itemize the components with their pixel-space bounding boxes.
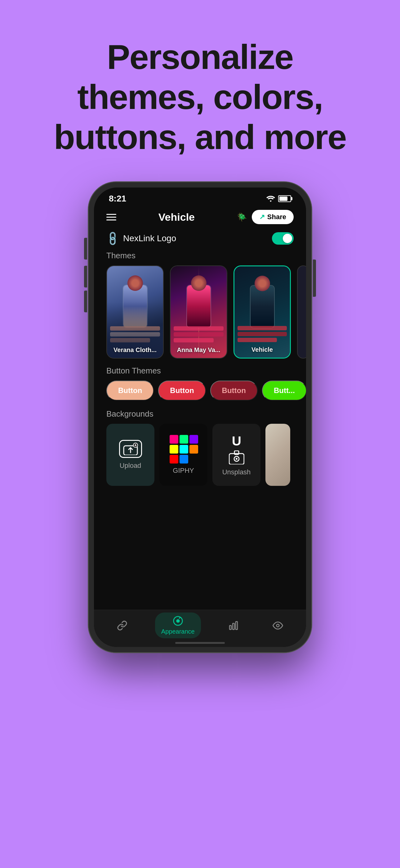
status-icons [266,195,291,202]
nexlink-left: 🔗 NexLink Logo [106,232,176,244]
btn-theme-darkred[interactable]: Button [210,381,258,400]
header-right: 🪲 ↗ Share [237,210,294,224]
appearance-tab-icon [173,616,183,626]
phone-wrapper: 8:21 [88,182,312,653]
theme-card-vehicle[interactable]: Vehicle [233,266,291,359]
bg-card-upload[interactable]: Upload [106,424,155,486]
button-themes-heading: Button Themes [94,366,306,381]
tab-appearance-label: Appearance [161,628,195,635]
home-indicator [175,642,225,644]
hero-line1: Personalize [107,37,293,76]
theme-dot-vehicle [255,276,270,291]
theme-label-verana: Verana Cloth... [107,346,163,353]
eye-tab-icon [272,620,283,631]
battery-icon [278,195,291,202]
link-icon: 🔗 [104,230,121,247]
btn-theme-red[interactable]: Button [158,381,206,400]
nexlink-toggle[interactable] [272,232,294,245]
tab-appearance[interactable]: Appearance [155,613,201,638]
app-header: Vehicle 🪲 ↗ Share [94,207,306,229]
theme-dot-verana [128,275,143,291]
nexlink-label: NexLink Logo [123,234,176,243]
bg-card-unsplash[interactable]: U Unsplash [212,424,261,486]
tab-eye[interactable] [266,617,289,634]
bg-label-giphy: GIPHY [173,467,194,475]
bg-card-giphy[interactable]: GIPHY [159,424,207,486]
svg-point-9 [276,624,279,627]
button-themes-scroll: Button Button Button Butt... [94,381,306,409]
mini-phone-vehicle [250,285,275,329]
themes-heading: Themes [94,251,306,266]
theme-card-anna[interactable]: Anna May Va... [170,266,227,359]
stats-tab-icon [228,620,239,631]
hero-text: Personalize themes, colors, buttons, and… [29,37,371,157]
theme-label-anna: Anna May Va... [171,346,227,353]
battery-fill [279,196,288,201]
bug-icon[interactable]: 🪲 [237,212,247,222]
backgrounds-heading: Backgrounds [94,409,306,424]
svg-rect-6 [229,625,231,629]
tab-bar: Appearance [94,610,306,647]
share-icon: ↗ [259,213,265,221]
phone-screen: 8:21 [94,187,306,647]
themes-section: Themes [94,251,306,366]
share-button[interactable]: ↗ Share [252,210,294,224]
btn-theme-peach[interactable]: Button [106,381,154,400]
hero-line2: themes, colors, [77,78,323,116]
hero-line3: buttons, and more [54,118,346,156]
theme-label-vehicle: Vehicle [234,346,290,353]
theme-card-verana[interactable]: Verana Cloth... [106,266,164,359]
link-tab-icon [117,620,128,631]
status-bar: 8:21 [94,187,306,207]
share-label: Share [267,213,286,221]
nexlink-row: 🔗 NexLink Logo [94,229,306,251]
app-title: Vehicle [159,211,195,223]
theme-dot-anna [191,275,206,291]
svg-rect-7 [233,623,234,629]
svg-rect-8 [236,621,237,629]
bg-card-texture[interactable] [265,424,290,486]
mini-phone-verana [123,285,147,328]
button-themes-section: Button Themes Button Button Button Butt.… [94,366,306,409]
theme-card-partial[interactable] [297,266,306,359]
tab-stats[interactable] [222,617,245,634]
svg-point-5 [236,458,237,460]
bg-label-unsplash: Unsplash [222,468,251,476]
backgrounds-scroll: Upload [94,424,306,492]
backgrounds-section: Backgrounds [94,409,306,492]
upload-icon [119,440,142,458]
themes-scroll: Verana Cloth... [94,266,306,366]
bg-label-upload: Upload [120,462,141,470]
status-time: 8:21 [109,194,126,204]
giphy-art [170,435,198,463]
btn-theme-green[interactable]: Butt... [262,381,306,400]
menu-button[interactable] [106,214,116,220]
mini-phone-anna [186,285,211,328]
tab-link[interactable] [111,617,134,634]
wifi-icon [266,195,275,202]
phone-outer: 8:21 [88,182,312,653]
unsplash-logo: U [229,434,244,464]
